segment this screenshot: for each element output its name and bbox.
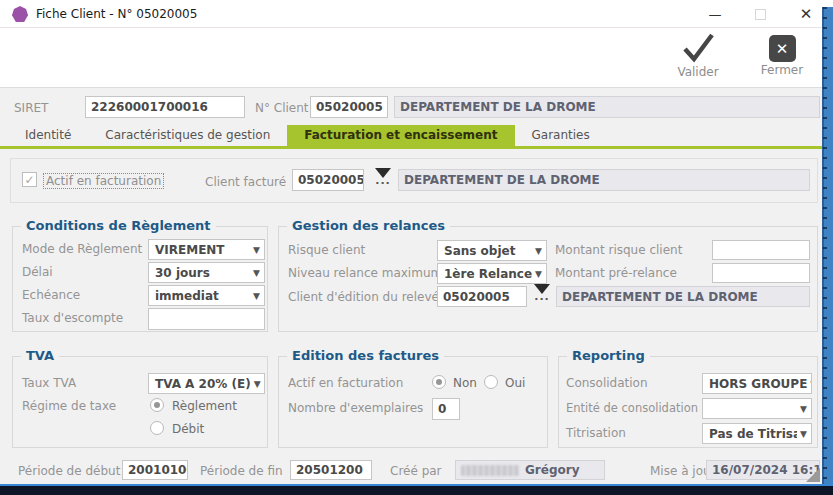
periode-debut-field[interactable]: 20010100 — [122, 460, 188, 480]
client-edition-name-field: DEPARTEMENT DE LA DROME — [556, 286, 810, 307]
niveau-relance-value: 1ère Relance — [444, 267, 532, 281]
montant-prerelance-label: Montant pré-relance — [555, 266, 677, 280]
reporting-title: Reporting — [567, 348, 650, 363]
cree-par-value: Grégory — [525, 463, 579, 477]
resize-grip[interactable] — [806, 468, 820, 482]
actif-facturation-label: Actif en facturation — [288, 376, 403, 390]
chevron-down-icon: ▼ — [800, 429, 807, 439]
cree-par-label: Créé par — [390, 464, 442, 478]
risque-client-select[interactable]: Sans objet ▼ — [437, 240, 547, 261]
periode-debut-label: Période de début — [18, 464, 120, 478]
client-facture-lookup-button[interactable]: ... — [372, 168, 394, 184]
window-title: Fiche Client - N° 05020005 — [36, 7, 197, 21]
titrisation-label: Titrisation — [566, 426, 626, 440]
client-facture-name-field: DEPARTEMENT DE LA DROME — [398, 169, 810, 191]
title-bar: Fiche Client - N° 05020005 — ✕ — [0, 0, 833, 28]
tab-identite[interactable]: Identité — [8, 125, 88, 146]
taux-tva-label: Taux TVA — [22, 376, 76, 390]
delai-value: 30 jours — [155, 266, 210, 280]
actif-facturation-checkbox-label[interactable]: Actif en facturation — [43, 173, 164, 189]
conditions-reglement-title: Conditions de Règlement — [21, 218, 216, 233]
fermer-button[interactable]: ✕ Fermer — [750, 32, 814, 84]
client-facture-field[interactable]: 05020005 — [292, 169, 364, 191]
consolidation-select[interactable]: HORS GROUPE ▼ — [702, 373, 812, 394]
siret-label: SIRET — [14, 101, 48, 115]
chevron-down-icon: ▼ — [253, 268, 260, 278]
regime-debit-radio[interactable] — [150, 421, 164, 435]
valider-label: Valider — [677, 65, 718, 79]
actif-non-label[interactable]: Non — [453, 376, 477, 390]
consolidation-value: HORS GROUPE — [709, 377, 807, 391]
actif-facturation-checkbox[interactable]: ✓ — [22, 172, 37, 187]
mode-reglement-value: VIREMENT — [155, 243, 225, 257]
maximize-icon — [755, 9, 766, 20]
chevron-down-icon: ▼ — [253, 245, 260, 255]
chevron-down-icon: ▼ — [800, 404, 807, 414]
montant-risque-field[interactable] — [712, 240, 810, 260]
regime-taxe-label: Régime de taxe — [22, 399, 116, 413]
background-taskbar-edge — [0, 484, 833, 495]
regime-debit-label[interactable]: Débit — [172, 422, 204, 436]
maximize-button — [740, 0, 780, 28]
periode-fin-label: Période de fin — [200, 464, 283, 478]
mode-reglement-label: Mode de Règlement — [22, 242, 142, 256]
minimize-button[interactable]: — — [695, 0, 735, 28]
chevron-down-icon: ▼ — [535, 246, 542, 256]
check-icon — [679, 32, 717, 64]
tab-garanties[interactable]: Garanties — [515, 125, 607, 146]
tab-strip: Identité Caractéristiques de gestion Fac… — [8, 125, 607, 146]
taux-tva-select[interactable]: TVA A 20% (E) ▼ — [148, 373, 265, 394]
client-facture-label: Client facturé — [205, 175, 286, 189]
mise-a-jour-field: 16/07/2024 16:11 — [706, 460, 820, 480]
tab-caracteristiques-de-gestion[interactable]: Caractéristiques de gestion — [88, 125, 287, 146]
lookup-dots-icon: ... — [375, 178, 391, 184]
regime-reglement-label[interactable]: Règlement — [172, 399, 237, 413]
client-edition-field[interactable]: 05020005 — [437, 286, 527, 307]
montant-prerelance-field[interactable] — [712, 263, 810, 283]
client-edition-lookup-button[interactable]: ... — [531, 284, 553, 300]
echeance-label: Echéance — [22, 288, 80, 302]
consolidation-label: Consolidation — [566, 376, 648, 390]
titrisation-value: Pas de Titrisatio — [709, 427, 797, 441]
entite-consolidation-select[interactable]: ▼ — [702, 398, 812, 419]
fermer-label: Fermer — [761, 63, 803, 77]
gestion-relances-title: Gestion des relances — [287, 218, 450, 233]
niveau-relance-label: Niveau relance maximum — [288, 266, 442, 280]
delai-select[interactable]: 30 jours ▼ — [148, 262, 265, 283]
periode-fin-field[interactable]: 20501200 — [290, 460, 372, 480]
valider-button[interactable]: Valider — [666, 32, 730, 84]
nb-exemplaires-field[interactable]: 0 — [432, 398, 460, 420]
mode-reglement-select[interactable]: VIREMENT ▼ — [148, 239, 265, 260]
echeance-select[interactable]: immediat ▼ — [148, 285, 265, 306]
echeance-value: immediat — [155, 289, 219, 303]
regime-reglement-radio[interactable] — [150, 398, 164, 412]
toolbar: Valider ✕ Fermer — [0, 28, 822, 88]
nb-exemplaires-label: Nombre d'exemplaires — [288, 401, 423, 415]
delai-label: Délai — [22, 265, 53, 279]
titrisation-select[interactable]: Pas de Titrisatio ▼ — [702, 423, 812, 444]
montant-risque-label: Montant risque client — [555, 243, 682, 257]
chevron-down-icon: ▼ — [810, 379, 812, 389]
taux-tva-value: TVA A 20% (E) — [155, 377, 251, 391]
actif-non-radio[interactable] — [432, 375, 446, 389]
entite-consolidation-label: Entité de consolidation — [566, 401, 698, 415]
actif-oui-label[interactable]: Oui — [505, 376, 525, 390]
nclient-label: N° Client — [255, 101, 309, 115]
niveau-relance-select[interactable]: 1ère Relance ▼ — [437, 263, 547, 284]
chevron-down-icon: ▼ — [254, 379, 261, 389]
app-icon — [12, 6, 28, 22]
taux-escompte-field[interactable] — [148, 308, 265, 330]
edition-factures-title: Edition des factures — [287, 348, 444, 363]
client-edition-label: Client d'édition du relevé — [288, 290, 439, 304]
tab-underline — [0, 146, 822, 149]
redacted-name — [461, 465, 519, 476]
close-button[interactable]: ✕ — [786, 0, 826, 28]
nclient-field[interactable]: 05020005 — [310, 96, 388, 118]
close-x-icon: ✕ — [769, 35, 796, 62]
background-window-edge — [822, 7, 833, 495]
siret-field[interactable]: 22260001700016 — [85, 96, 245, 118]
risque-client-label: Risque client — [288, 243, 365, 257]
tab-facturation-et-encaissement[interactable]: Facturation et encaissement — [287, 125, 514, 146]
actif-oui-radio[interactable] — [484, 375, 498, 389]
risque-client-value: Sans objet — [444, 244, 515, 258]
